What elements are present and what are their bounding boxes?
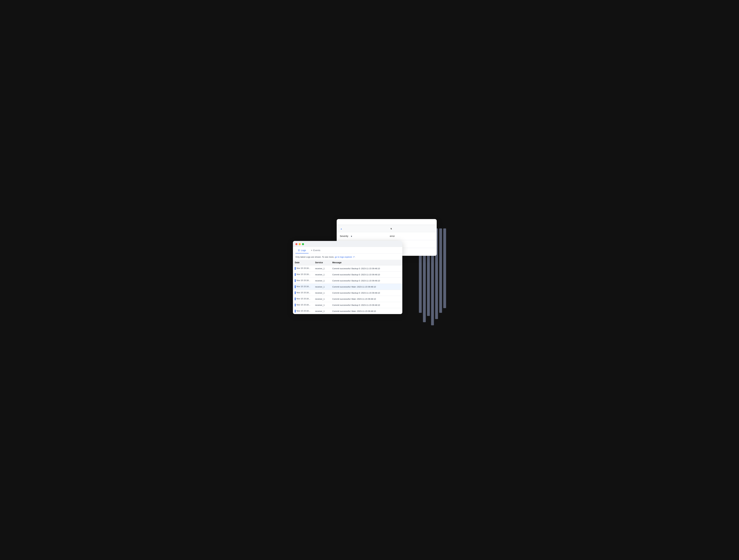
table-row[interactable]: Nov 15 15:18... receiver_1 Commit succes… (293, 290, 402, 296)
attributes-panel-title (337, 219, 437, 225)
log-date: Nov 15 15:18... (293, 308, 313, 314)
filter-icon[interactable]: ▼ (350, 235, 352, 237)
log-service: receiver_1 (313, 296, 330, 302)
logs-tab-icon: ☰ (298, 249, 300, 251)
logs-explorer-link[interactable]: go to logs explorer ↗ (335, 256, 355, 258)
log-color-indicator (295, 267, 296, 270)
tab-events[interactable]: ≡ Events (309, 247, 323, 253)
table-row[interactable]: Nov 15 15:18... receiver_1 Commit succes… (293, 284, 402, 290)
log-message: Commit successsful: Backup 0: 2023-11-15… (330, 265, 402, 271)
tab-logs-label: Logs (301, 249, 306, 251)
log-date: Nov 15 15:18... (293, 290, 313, 296)
message-column-header: Message (330, 260, 402, 265)
log-service: receiver_1 (313, 290, 330, 296)
sort-asc-icon: ▲ (340, 228, 342, 230)
attr-value-cell: error (387, 232, 437, 240)
shadow-bar (439, 228, 442, 313)
log-date: Nov 15 15:18... (293, 284, 313, 290)
log-color-indicator (295, 279, 296, 282)
table-row[interactable]: Nov 15 15:18... receiver_1 Commit succes… (293, 308, 402, 314)
log-color-indicator (295, 304, 296, 307)
log-service: receiver_1 (313, 284, 330, 290)
tabs-bar: ☰ Logs ≡ Events (293, 247, 402, 253)
close-button[interactable] (295, 243, 297, 245)
log-message: Commit successsful: Backup 0: 2023-11-15… (330, 271, 402, 277)
attr-key-header[interactable]: ▲ (337, 225, 387, 232)
log-date: Nov 15 15:18... (293, 296, 313, 302)
log-message: Commit successsful: Backup 0: 2023-11-15… (330, 290, 402, 296)
log-message: Commit successsful: Main: 2023-11-15 09:… (330, 308, 402, 314)
events-tab-icon: ≡ (311, 249, 312, 251)
logs-info-bar: Only latest Logs are shown. To see more,… (293, 253, 402, 260)
log-date: Nov 15 15:18... (293, 302, 313, 308)
tab-events-label: Events (313, 249, 320, 251)
attr-value-header[interactable]: ⇅ (387, 225, 437, 232)
log-service: receiver_1 (313, 271, 330, 277)
log-service: receiver_1 (313, 265, 330, 271)
log-service: receiver_1 (313, 308, 330, 314)
log-message: Commit successsful: Backup 0: 2023-11-15… (330, 302, 402, 308)
table-row[interactable]: Nov 15 15:18... receiver_1 Commit succes… (293, 302, 402, 308)
logs-panel: ☰ Logs ≡ Events Only latest Logs are sho… (293, 241, 402, 314)
attr-row: Severity ▼ error (337, 232, 437, 240)
log-color-indicator (295, 285, 296, 288)
log-message: Commit successsful: Main: 2023-11-15 09:… (330, 296, 402, 302)
log-message: Commit successsful: Backup 0: 2023-11-15… (330, 277, 402, 284)
log-date: Nov 15 15:18... (293, 277, 313, 284)
log-color-indicator (295, 310, 296, 313)
maximize-button[interactable] (302, 243, 304, 245)
log-color-indicator (295, 292, 296, 294)
log-date: Nov 15 15:18... (293, 271, 313, 277)
log-service: receiver_1 (313, 302, 330, 308)
log-date: Nov 15 15:18... (293, 265, 313, 271)
service-column-header: Service (313, 260, 330, 265)
log-service: receiver_1 (313, 277, 330, 284)
shadow-bar (443, 228, 446, 308)
minimize-button[interactable] (299, 243, 301, 245)
table-row[interactable]: Nov 15 15:18... receiver_1 Commit succes… (293, 277, 402, 284)
logs-table: Date Service Message Nov 15 15:18... rec… (293, 260, 402, 314)
window-controls (293, 241, 402, 247)
scene: ▲ ⇅ Severity ▼ error Source ▼ consu (293, 219, 446, 341)
log-color-indicator (295, 273, 296, 276)
date-column-header: Date (293, 260, 313, 265)
log-message: Commit successsful: Main: 2023-11-15 09:… (330, 284, 402, 290)
sort-both-icon: ⇅ (391, 228, 392, 230)
log-color-indicator (295, 298, 296, 300)
attr-key-cell: Severity ▼ (337, 232, 387, 240)
table-row[interactable]: Nov 15 15:18... receiver_1 Commit succes… (293, 271, 402, 277)
tab-logs[interactable]: ☰ Logs (295, 247, 309, 253)
table-row[interactable]: Nov 15 15:18... receiver_1 Commit succes… (293, 296, 402, 302)
table-row[interactable]: Nov 15 15:18... receiver_1 Commit succes… (293, 265, 402, 271)
